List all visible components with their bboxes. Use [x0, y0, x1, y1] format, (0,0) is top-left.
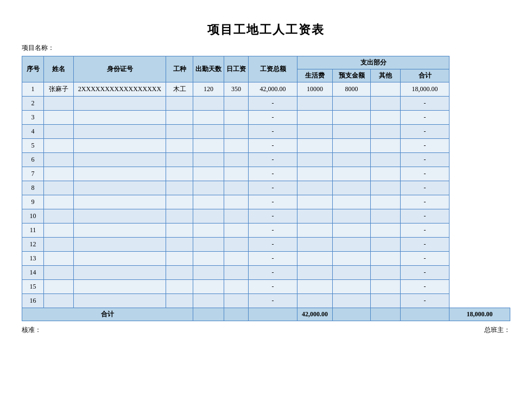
- cell-type: [166, 181, 193, 195]
- cell-total: 42,000.00: [249, 82, 297, 97]
- header-daily: 日工资: [224, 56, 249, 82]
- cell-daily: [224, 224, 249, 238]
- cell-daily: [224, 294, 249, 308]
- cell-id: [74, 153, 166, 167]
- table-row: 3--: [22, 111, 510, 125]
- cell-subtotal: 18,000.00: [401, 82, 449, 97]
- cell-living: [297, 125, 333, 139]
- cell-days: [193, 181, 224, 195]
- cell-name: [44, 224, 74, 238]
- header-seq: 序号: [22, 56, 44, 82]
- cell-living: [297, 280, 333, 294]
- cell-name: [44, 111, 74, 125]
- cell-id: [74, 97, 166, 111]
- cell-name: [44, 266, 74, 280]
- cell-id: [74, 195, 166, 209]
- cell-advance: [333, 153, 371, 167]
- cell-id: [74, 125, 166, 139]
- approve-label: 核准：: [22, 325, 41, 335]
- cell-id: [74, 181, 166, 195]
- cell-subtotal: -: [401, 181, 449, 195]
- cell-type: [166, 195, 193, 209]
- table-row: 6--: [22, 153, 510, 167]
- cell-seq: 12: [22, 238, 44, 252]
- cell-other: [371, 266, 401, 280]
- cell-days: [193, 153, 224, 167]
- cell-daily: 350: [224, 82, 249, 97]
- supervisor-label: 总班主：: [484, 325, 510, 335]
- cell-total: -: [249, 238, 297, 252]
- cell-type: [166, 209, 193, 224]
- table-row: 15--: [22, 280, 510, 294]
- cell-advance: [333, 294, 371, 308]
- cell-subtotal: -: [401, 252, 449, 266]
- total-empty-days: [224, 308, 249, 321]
- cell-seq: 2: [22, 97, 44, 111]
- cell-living: [297, 266, 333, 280]
- cell-name: [44, 97, 74, 111]
- cell-seq: 8: [22, 181, 44, 195]
- cell-living: [297, 181, 333, 195]
- cell-subtotal: -: [401, 280, 449, 294]
- table-row: 16--: [22, 294, 510, 308]
- cell-name: [44, 209, 74, 224]
- cell-total: -: [249, 209, 297, 224]
- cell-daily: [224, 252, 249, 266]
- header-id: 身份证号: [74, 56, 166, 82]
- header-expenditure: 支出部分: [297, 56, 449, 69]
- cell-advance: [333, 167, 371, 181]
- cell-name: [44, 252, 74, 266]
- header-attendance: 出勤天数: [193, 56, 224, 82]
- cell-advance: [333, 209, 371, 224]
- cell-total: -: [249, 181, 297, 195]
- cell-seq: 13: [22, 252, 44, 266]
- wage-table: 序号 姓名 身份证号 工种 出勤天数 日工资 工资总额 支出部分 生活费 预支金…: [22, 56, 510, 321]
- cell-advance: [333, 111, 371, 125]
- cell-total: -: [249, 167, 297, 181]
- cell-total: -: [249, 280, 297, 294]
- cell-other: [371, 294, 401, 308]
- cell-type: 木工: [166, 82, 193, 97]
- cell-days: [193, 167, 224, 181]
- cell-days: [193, 280, 224, 294]
- header-living: 生活费: [297, 69, 333, 82]
- cell-living: 10000: [297, 82, 333, 97]
- page-title: 项目工地工人工资表: [22, 22, 510, 38]
- cell-other: [371, 139, 401, 153]
- cell-daily: [224, 167, 249, 181]
- cell-type: [166, 224, 193, 238]
- cell-daily: [224, 181, 249, 195]
- cell-id: [74, 294, 166, 308]
- total-empty2-living: [333, 308, 371, 321]
- cell-other: [371, 238, 401, 252]
- cell-id: [74, 139, 166, 153]
- cell-living: [297, 139, 333, 153]
- table-row: 14--: [22, 266, 510, 280]
- cell-living: [297, 252, 333, 266]
- cell-total: -: [249, 266, 297, 280]
- cell-advance: [333, 125, 371, 139]
- cell-total: -: [249, 195, 297, 209]
- cell-total: -: [249, 125, 297, 139]
- cell-seq: 5: [22, 139, 44, 153]
- table-row: 2--: [22, 97, 510, 111]
- cell-subtotal: -: [401, 195, 449, 209]
- cell-subtotal: -: [401, 167, 449, 181]
- cell-id: 2XXXXXXXXXXXXXXXXX: [74, 82, 166, 97]
- cell-id: [74, 252, 166, 266]
- cell-subtotal: -: [401, 125, 449, 139]
- cell-living: [297, 238, 333, 252]
- cell-seq: 4: [22, 125, 44, 139]
- cell-name: [44, 238, 74, 252]
- cell-type: [166, 125, 193, 139]
- cell-seq: 7: [22, 167, 44, 181]
- cell-subtotal: -: [401, 97, 449, 111]
- cell-type: [166, 139, 193, 153]
- cell-other: [371, 224, 401, 238]
- cell-id: [74, 167, 166, 181]
- cell-name: [44, 280, 74, 294]
- cell-type: [166, 238, 193, 252]
- cell-daily: [224, 266, 249, 280]
- header-advance: 预支金额: [333, 69, 371, 82]
- cell-name: [44, 195, 74, 209]
